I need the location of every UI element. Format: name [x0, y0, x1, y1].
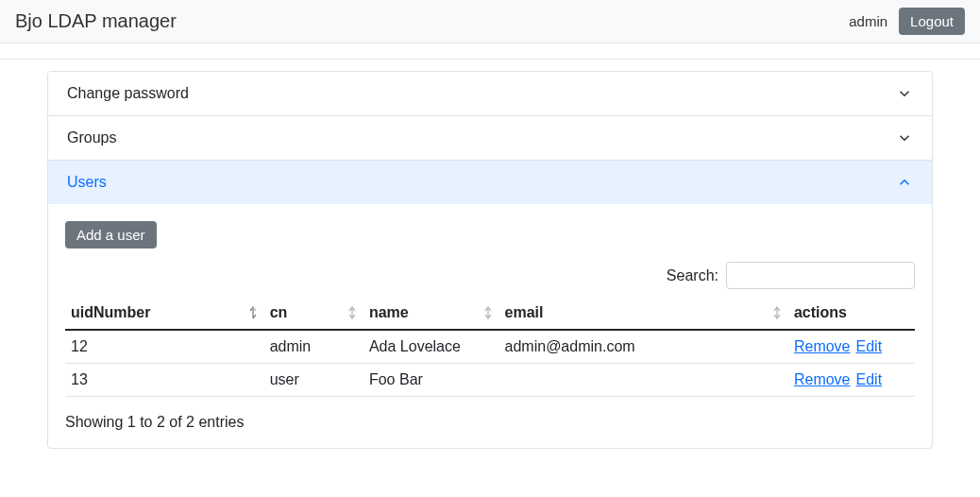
chevron-down-icon — [896, 129, 913, 146]
search-label: Search: — [667, 267, 718, 284]
col-header-cn[interactable]: cn — [264, 297, 363, 330]
add-user-button[interactable]: Add a user — [65, 221, 157, 248]
cell-email: admin@admin.com — [499, 330, 788, 364]
accordion-header-groups[interactable]: Groups — [48, 116, 932, 160]
col-header-uidnumber[interactable]: uidNumber — [65, 297, 264, 330]
col-header-actions: actions — [788, 297, 915, 330]
accordion-item-groups: Groups — [48, 116, 932, 161]
table-info: Showing 1 to 2 of 2 entries — [65, 414, 915, 431]
remove-link[interactable]: Remove — [794, 338, 851, 355]
accordion-item-change-password: Change password — [48, 72, 932, 116]
cell-name: Foo Bar — [363, 364, 499, 397]
users-table: uidNumber cn — [65, 297, 915, 397]
sort-icon — [346, 306, 358, 319]
sort-icon — [247, 306, 259, 319]
cell-name: Ada Lovelace — [363, 330, 499, 364]
accordion-header-users[interactable]: Users — [48, 161, 932, 204]
cell-email — [499, 364, 788, 397]
accordion-body-users: Add a user Search: uidNumber — [48, 204, 932, 448]
navbar: Bjo LDAP manager admin Logout — [0, 0, 980, 43]
accordion-label-users: Users — [67, 174, 107, 191]
app-title: Bjo LDAP manager — [15, 10, 177, 32]
chevron-up-icon — [896, 174, 913, 191]
sort-icon — [771, 306, 783, 319]
remove-link[interactable]: Remove — [794, 371, 851, 388]
accordion-header-change-password[interactable]: Change password — [48, 72, 932, 115]
sort-icon — [482, 306, 494, 319]
cell-cn: user — [264, 364, 363, 397]
accordion-label-change-password: Change password — [67, 85, 189, 102]
current-user[interactable]: admin — [849, 13, 887, 29]
edit-link[interactable]: Edit — [856, 338, 883, 355]
cell-uidnumber: 12 — [65, 330, 264, 364]
cell-cn: admin — [264, 330, 363, 364]
navbar-right: admin Logout — [849, 8, 965, 35]
search-input[interactable] — [726, 262, 915, 289]
accordion: Change password Groups Users — [47, 71, 933, 449]
edit-link[interactable]: Edit — [856, 371, 883, 388]
cell-uidnumber: 13 — [65, 364, 264, 397]
table-row: 12 admin Ada Lovelace admin@admin.com Re… — [65, 330, 915, 364]
col-header-email[interactable]: email — [499, 297, 788, 330]
logout-button[interactable]: Logout — [899, 8, 965, 35]
accordion-label-groups: Groups — [67, 129, 116, 146]
table-row: 13 user Foo Bar Remove Edit — [65, 364, 915, 397]
accordion-item-users: Users Add a user Search: — [48, 161, 932, 448]
chevron-down-icon — [896, 85, 913, 102]
col-header-name[interactable]: name — [363, 297, 499, 330]
